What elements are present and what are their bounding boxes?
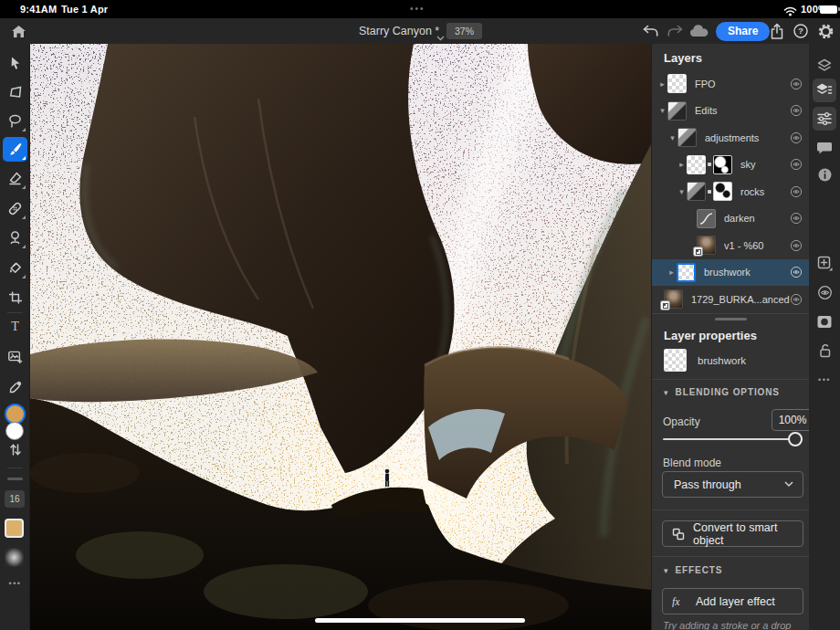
- layer-row-darken[interactable]: darken: [652, 205, 810, 233]
- clock: 9:41AM: [20, 4, 57, 15]
- layer-row-rocks[interactable]: ▾ rocks: [652, 178, 810, 205]
- layer-properties-row: brushwork: [664, 349, 746, 372]
- tool-options-more-icon[interactable]: •••: [0, 579, 30, 588]
- expand-down-icon[interactable]: ▾: [677, 187, 687, 196]
- visibility-eye-icon[interactable]: [790, 239, 803, 252]
- layer-mask-icon[interactable]: [813, 310, 836, 333]
- curves-adjustment-thumbnail: [697, 209, 716, 228]
- comment-icon[interactable]: [813, 135, 836, 159]
- redo-icon[interactable]: [664, 20, 686, 42]
- starry-canyon-photo: [30, 44, 651, 630]
- document-title[interactable]: Starry Canyon *: [359, 25, 439, 37]
- smart-object-thumbnail: [697, 236, 716, 255]
- layer-thumbnail: [687, 155, 706, 174]
- lasso-tool[interactable]: [3, 109, 27, 133]
- visibility-eye-icon[interactable]: [790, 293, 803, 306]
- visibility-eye-icon[interactable]: [790, 104, 803, 117]
- zoom-level-badge[interactable]: 37%: [446, 23, 482, 39]
- effects-header[interactable]: ▾ EFFECTS: [664, 565, 722, 575]
- layers-panel-icon[interactable]: [813, 79, 836, 102]
- layer-thumbnail: [677, 128, 697, 147]
- layer-row-edits[interactable]: ▾ Edits: [652, 98, 810, 125]
- tool-rail: T 16 •••: [0, 44, 30, 630]
- convert-smart-object-button[interactable]: Convert to smart object: [662, 520, 803, 547]
- layers-panel-title: Layers: [664, 51, 702, 65]
- visibility-eye-icon[interactable]: [790, 266, 803, 278]
- layer-row-brushwork-selected[interactable]: ▸ brushwork: [652, 259, 810, 287]
- add-layer-icon[interactable]: [813, 251, 836, 275]
- visibility-eye-icon[interactable]: [790, 131, 803, 144]
- expand-right-icon[interactable]: ▸: [667, 268, 677, 277]
- home-icon[interactable]: [7, 20, 29, 42]
- visibility-eye-icon[interactable]: [790, 212, 803, 225]
- layer-row-sky[interactable]: ▸ sky: [652, 152, 810, 179]
- smart-object-badge-icon: [693, 247, 703, 257]
- fx-icon: fx: [672, 595, 688, 607]
- move-tool[interactable]: [3, 50, 27, 75]
- cloud-sync-icon[interactable]: [688, 20, 710, 42]
- opacity-value-field[interactable]: 100%: [772, 409, 814, 431]
- visibility-icon[interactable]: [813, 280, 836, 304]
- panel-resize-handle[interactable]: [715, 318, 747, 320]
- clone-stamp-tool[interactable]: [3, 226, 27, 250]
- tool-options-drag-handle[interactable]: [7, 478, 23, 480]
- title-bar: Starry Canyon * 37% Share ?: [0, 18, 840, 44]
- multitask-dots-icon[interactable]: •••: [410, 4, 425, 14]
- panel-more-icon[interactable]: •••: [809, 375, 840, 384]
- battery-icon: [820, 5, 840, 14]
- expand-down-icon[interactable]: ▾: [667, 133, 677, 142]
- title-chevron-down-icon[interactable]: [436, 28, 445, 45]
- expand-down-icon[interactable]: ▾: [657, 106, 667, 115]
- visibility-eye-icon[interactable]: [790, 78, 803, 90]
- type-tool[interactable]: T: [3, 314, 27, 339]
- layer-row-fpo[interactable]: ▸ FPO: [652, 70, 810, 98]
- brush-color-swatch[interactable]: [5, 519, 24, 538]
- opacity-label: Opacity: [663, 415, 700, 428]
- photoshop-ipad-app: { "status_bar": { "time": "9:41AM", "dat…: [0, 0, 840, 630]
- export-icon[interactable]: [766, 20, 788, 42]
- svg-text:?: ?: [798, 26, 803, 36]
- properties-layer-name: brushwork: [698, 355, 746, 366]
- crop-tool[interactable]: [3, 285, 27, 310]
- opacity-slider-track[interactable]: [663, 438, 803, 440]
- layer-row-v1[interactable]: v1 - %60: [652, 232, 810, 259]
- brush-tip-preview[interactable]: [5, 548, 24, 567]
- lock-icon[interactable]: [813, 339, 836, 362]
- place-photo-tool[interactable]: [3, 344, 27, 369]
- date: Tue 1 Apr: [61, 4, 108, 15]
- undo-icon[interactable]: [639, 20, 661, 42]
- info-icon[interactable]: [813, 163, 836, 186]
- blending-options-header[interactable]: ▾ BLENDING OPTIONS: [664, 387, 780, 397]
- layer-mask-thumbnail: [713, 182, 732, 201]
- adjustment-sliders-icon[interactable]: [813, 107, 836, 131]
- transform-tool[interactable]: [3, 79, 27, 104]
- layer-properties-title: Layer properties: [664, 329, 757, 342]
- chevron-down-icon: [784, 481, 793, 488]
- layer-thumbnail: [667, 101, 687, 121]
- eraser-tool[interactable]: [3, 166, 27, 191]
- opacity-slider-knob[interactable]: [788, 432, 803, 446]
- fill-tool[interactable]: [3, 256, 27, 280]
- swap-colors-icon[interactable]: [3, 437, 27, 462]
- brush-size-badge[interactable]: 16: [5, 490, 25, 508]
- healing-brush-tool[interactable]: [3, 196, 27, 221]
- layers-panel: Layers ▸ FPO ▾ Edits ▾ adjustments ▸ sky…: [651, 44, 809, 630]
- svg-text:fx: fx: [672, 595, 680, 607]
- visibility-eye-icon[interactable]: [790, 185, 803, 198]
- brush-tool[interactable]: [3, 137, 27, 162]
- layers-stack-icon[interactable]: [813, 54, 836, 78]
- document-canvas[interactable]: [30, 44, 651, 630]
- expand-right-icon[interactable]: ▸: [677, 160, 687, 169]
- eyedropper-tool[interactable]: [3, 374, 27, 399]
- expand-right-icon[interactable]: ▸: [657, 79, 667, 89]
- add-layer-effect-button[interactable]: fx Add layer effect: [662, 588, 803, 614]
- layer-row-background[interactable]: 1729_BURKA...anced-NR33: [652, 286, 810, 313]
- blend-mode-label: Blend mode: [663, 457, 721, 469]
- home-indicator-bar[interactable]: [315, 618, 525, 623]
- share-button[interactable]: Share: [716, 22, 770, 41]
- blend-mode-dropdown[interactable]: Pass through: [662, 471, 803, 498]
- layer-row-adjustments[interactable]: ▾ adjustments: [652, 124, 810, 152]
- visibility-eye-icon[interactable]: [790, 158, 803, 171]
- help-icon[interactable]: ?: [790, 20, 812, 42]
- settings-gear-icon[interactable]: [814, 20, 836, 42]
